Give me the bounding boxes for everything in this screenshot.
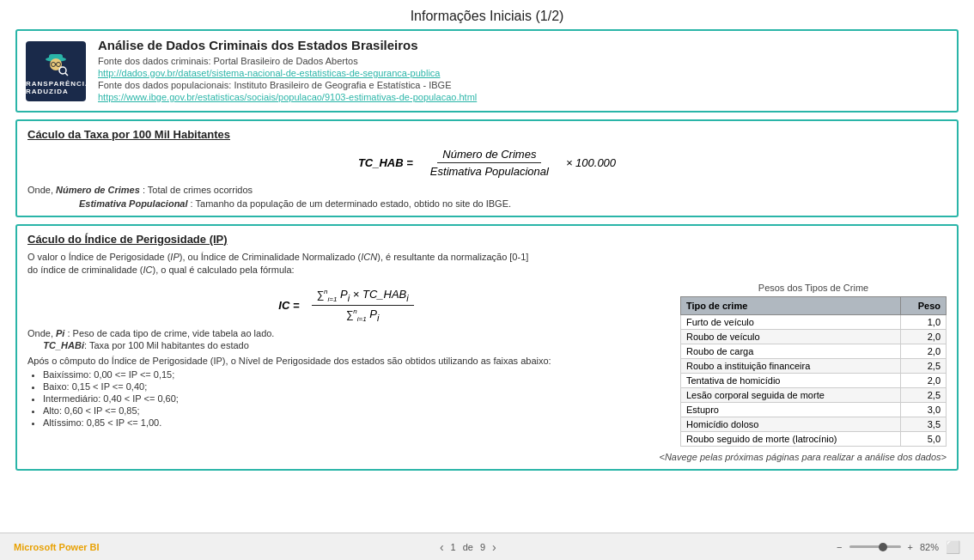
level-list: Baixíssimo: 0,00 <= IP <= 0,15; Baixo: 0… — [43, 369, 670, 428]
cell-tipo: Tentativa de homicídio — [681, 373, 901, 387]
cell-tipo: Roubo de veículo — [681, 329, 901, 344]
table-row: Homicídio doloso3,5 — [681, 417, 947, 431]
formula-taxa: TC_HAB = Número de Crimes Estimativa Pop… — [27, 148, 947, 178]
formula-where2: Estimativa Populacional : Tamanho da pop… — [79, 198, 947, 209]
fullscreen-icon[interactable]: ⬜ — [946, 540, 960, 554]
navigate-hint: <Navege pelas próximas páginas para real… — [27, 452, 947, 462]
header-card: TRANSPARÊNCIATRADUZIDA Análise de Dados … — [15, 29, 959, 113]
cell-tipo: Roubo de carga — [681, 344, 901, 358]
cell-peso: 2,0 — [900, 344, 946, 358]
cell-peso: 3,0 — [900, 402, 946, 417]
source1-label: Fonte dos dados criminais: Portal Brasil… — [98, 56, 948, 66]
zoom-minus[interactable]: − — [837, 542, 842, 552]
source1-link[interactable]: http://dados.gov.br/dataset/sistema-naci… — [98, 68, 948, 78]
page-title: Informações Iniciais (1/2) — [0, 0, 974, 29]
cell-peso: 3,5 — [900, 417, 946, 431]
table-row: Estupro3,0 — [681, 402, 947, 417]
section-taxa-title: Cáculo da Taxa por 100 Mil Habitantes — [27, 128, 947, 141]
formula-fraction: Número de Crimes Estimativa Populacional — [425, 148, 554, 178]
cell-peso: 2,5 — [900, 387, 946, 402]
zoom-slider[interactable] — [849, 545, 901, 548]
list-item: Baixíssimo: 0,00 <= IP <= 0,15; — [43, 369, 670, 380]
table-row: Lesão corporal seguida de morte2,5 — [681, 387, 947, 402]
cell-peso: 1,0 — [900, 314, 946, 329]
footer: Microsoft Power BI ‹ 1 de 9 › − + 82% ⬜ — [0, 533, 974, 560]
where-tchab: TC_HABi: Taxa por 100 Mil habitantes do … — [27, 340, 670, 350]
cell-peso: 2,5 — [900, 358, 946, 373]
list-item: Intermediário: 0,40 < IP <= 0,60; — [43, 393, 670, 404]
table-row: Roubo de carga2,0 — [681, 344, 947, 358]
cell-tipo: Homicídio doloso — [681, 417, 901, 431]
list-item: Altíssimo: 0,85 < IP <= 1,00. — [43, 417, 670, 428]
powerbi-link[interactable]: Microsoft Power BI — [14, 542, 100, 552]
formula-mult: × 100.000 — [566, 156, 616, 169]
cell-tipo: Estupro — [681, 402, 901, 417]
cell-tipo: Roubo a instituição financeira — [681, 358, 901, 373]
table-row: Tentativa de homicídio2,0 — [681, 373, 947, 387]
section-ip-intro: O valor o Índice de Perigosidade (IP), o… — [27, 251, 947, 277]
formula-denominator: Estimativa Populacional — [425, 163, 554, 178]
svg-line-7 — [65, 73, 68, 76]
footer-right: − + 82% ⬜ — [837, 540, 960, 554]
ic-formula: IC = ∑ni=1 Pi × TC_HABi ∑ni=1 Pi — [27, 288, 670, 323]
cell-peso: 2,0 — [900, 373, 946, 387]
logo-label: TRANSPARÊNCIATRADUZIDA — [21, 80, 91, 95]
cell-tipo: Furto de veículo — [681, 314, 901, 329]
source2-label: Fonte dos dados populacionais: Instituto… — [98, 80, 948, 90]
table-row: Furto de veículo1,0 — [681, 314, 947, 329]
after-text: Após o cômputo do Índice de Perigosidade… — [27, 356, 670, 366]
cell-peso: 5,0 — [900, 431, 946, 446]
zoom-plus[interactable]: + — [908, 542, 913, 552]
page-separator: de — [463, 542, 473, 552]
table-title: Pesos dos Tipos de Crime — [680, 283, 947, 293]
ic-label: IC = — [278, 299, 299, 312]
bottom-right: Pesos dos Tipos de Crime Tipo de crime P… — [680, 283, 947, 447]
table-row: Roubo seguido de morte (latrocínio)5,0 — [681, 431, 947, 446]
next-page-button[interactable]: › — [492, 540, 496, 554]
powerbi-link-container[interactable]: Microsoft Power BI — [14, 542, 100, 552]
header-info: Análise de Dados Criminais dos Estados B… — [98, 38, 948, 104]
list-item: Baixo: 0,15 < IP <= 0,40; — [43, 381, 670, 392]
col-header-tipo: Tipo de crime — [681, 296, 901, 314]
section-taxa: Cáculo da Taxa por 100 Mil Habitantes TC… — [15, 119, 959, 217]
bottom-section: IC = ∑ni=1 Pi × TC_HABi ∑ni=1 Pi — [27, 283, 947, 447]
ic-fraction: ∑ni=1 Pi × TC_HABi ∑ni=1 Pi — [312, 288, 414, 323]
list-item: Alto: 0,60 < IP <= 0,85; — [43, 405, 670, 416]
ic-numerator: ∑ni=1 Pi × TC_HABi — [312, 288, 414, 306]
where-pi: Onde, Pi : Peso de cada tipo de crime, v… — [27, 328, 670, 338]
logo-icon — [40, 47, 71, 78]
page-total: 9 — [480, 542, 485, 552]
svg-point-6 — [59, 67, 66, 74]
formula-numerator: Número de Crimes — [437, 148, 541, 163]
formula-tc-label: TC_HAB = — [358, 156, 413, 169]
zoom-level: 82% — [920, 542, 939, 552]
section-ip-title: Cáculo do Índice de Perigosidade (IP) — [27, 233, 947, 246]
page-current: 1 — [451, 542, 456, 552]
section-ip: Cáculo do Índice de Perigosidade (IP) O … — [15, 224, 959, 471]
cell-tipo: Roubo seguido de morte (latrocínio) — [681, 431, 901, 446]
header-title: Análise de Dados Criminais dos Estados B… — [98, 38, 948, 52]
logo-box: TRANSPARÊNCIATRADUZIDA — [26, 41, 86, 101]
bottom-left: IC = ∑ni=1 Pi × TC_HABi ∑ni=1 Pi — [27, 283, 670, 447]
footer-pagination: ‹ 1 de 9 › — [440, 540, 496, 554]
col-header-peso: Peso — [900, 296, 946, 314]
table-row: Roubo de veículo2,0 — [681, 329, 947, 344]
cell-tipo: Lesão corporal seguida de morte — [681, 387, 901, 402]
formula-where: Onde, Número de Crimes : Total de crimes… — [27, 185, 947, 195]
cell-peso: 2,0 — [900, 329, 946, 344]
source2-link[interactable]: https://www.ibge.gov.br/estatisticas/soc… — [98, 92, 948, 102]
table-row: Roubo a instituição financeira2,5 — [681, 358, 947, 373]
ic-denominator: ∑ni=1 Pi — [341, 306, 385, 323]
crime-table: Tipo de crime Peso Furto de veículo1,0Ro… — [680, 296, 947, 447]
prev-page-button[interactable]: ‹ — [440, 540, 444, 554]
zoom-thumb — [879, 543, 887, 551]
